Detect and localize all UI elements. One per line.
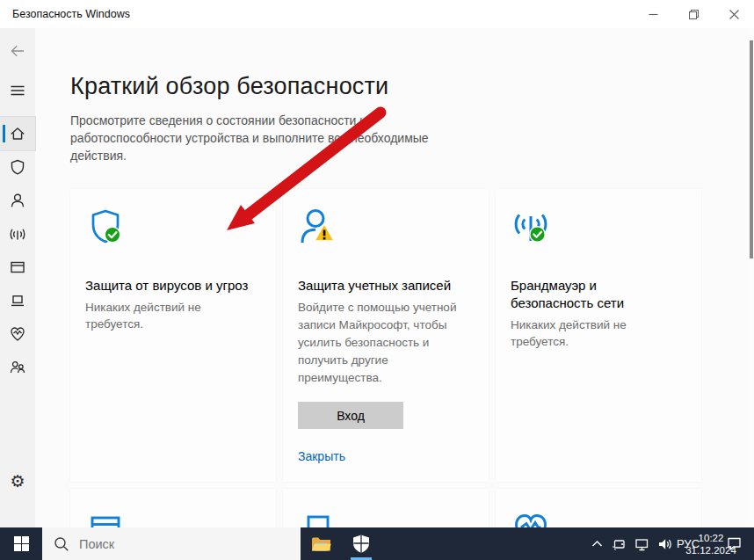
family-icon <box>9 359 26 376</box>
meet-now-icon <box>612 536 627 552</box>
card-body: Войдите с помощью учетной записи Майкрос… <box>298 299 460 387</box>
defender-shield-icon <box>352 534 371 554</box>
sign-in-button[interactable]: Вход <box>298 402 403 429</box>
action-center-icon <box>726 535 743 552</box>
sidebar-item-firewall-network[interactable] <box>0 217 35 251</box>
windows-security-taskbar-button[interactable] <box>341 527 381 560</box>
app-body: ⚙ Краткий обзор безопасности Просмотрите… <box>0 28 754 527</box>
app-window-icon <box>9 258 26 276</box>
folder-icon <box>311 536 331 552</box>
taskbar-search[interactable] <box>42 527 301 560</box>
gear-icon: ⚙ <box>10 471 25 491</box>
device-health-heart-icon <box>511 510 686 527</box>
signal-icon <box>9 225 26 243</box>
taskbar-clock[interactable]: 10:22 31.12.2024 <box>700 527 722 560</box>
shield-with-check-icon <box>85 207 261 251</box>
card-status: Никаких действий не требуется. <box>511 316 686 350</box>
sidebar-item-home[interactable] <box>0 117 35 150</box>
page-description: Просмотрите сведения о состоянии безопас… <box>70 112 444 164</box>
tray-meet-now-button[interactable] <box>608 527 631 560</box>
search-input[interactable] <box>79 537 255 551</box>
search-icon <box>54 536 69 552</box>
tray-overflow-button[interactable] <box>585 527 608 560</box>
titlebar: Безопасность Windows <box>0 0 754 28</box>
window-controls <box>633 0 754 28</box>
windows-logo-icon <box>13 535 30 552</box>
speaker-icon <box>657 536 673 552</box>
scrollbar-thumb[interactable] <box>750 40 753 258</box>
sidebar: ⚙ <box>0 28 35 527</box>
minimize-icon <box>649 10 658 19</box>
network-icon <box>634 536 650 552</box>
card-status: Никаких действий не требуется. <box>85 299 261 332</box>
close-icon <box>729 10 739 19</box>
security-cards-row-2 <box>70 489 754 527</box>
security-cards-row: Защита от вирусов и угроз Никаких действ… <box>70 189 754 482</box>
network-with-check-icon <box>511 207 686 251</box>
back-button[interactable] <box>0 35 35 67</box>
card-virus-threat-protection[interactable]: Защита от вирусов и угроз Никаких действ… <box>70 189 276 482</box>
vertical-scrollbar[interactable] <box>749 28 754 527</box>
sidebar-item-virus-protection[interactable] <box>0 150 35 184</box>
settings-button[interactable]: ⚙ <box>0 464 35 498</box>
person-icon <box>9 192 26 209</box>
chevron-up-icon <box>590 536 605 551</box>
user-with-warning-icon <box>298 207 474 251</box>
card-account-protection[interactable]: Защита учетных записей Войдите с помощью… <box>283 189 489 482</box>
restore-icon <box>689 10 699 19</box>
system-tray: РУС 10:22 31.12.2024 <box>585 527 754 560</box>
minimize-button[interactable] <box>633 0 673 28</box>
sidebar-nav <box>0 117 35 384</box>
window-title: Безопасность Windows <box>12 8 130 20</box>
tray-network-button[interactable] <box>631 527 654 560</box>
clock-time: 10:22 <box>699 532 724 544</box>
sidebar-item-device-security[interactable] <box>0 284 35 317</box>
card-device-security[interactable] <box>283 489 489 527</box>
action-center-button[interactable] <box>722 527 745 560</box>
taskbar: РУС 10:22 31.12.2024 <box>0 527 754 560</box>
sidebar-item-account-protection[interactable] <box>0 184 35 217</box>
windows-security-window: Безопасность Windows <box>0 0 754 560</box>
dismiss-link[interactable]: Закрыть <box>298 449 345 463</box>
home-icon <box>9 125 26 142</box>
sidebar-item-app-browser-control[interactable] <box>0 251 35 284</box>
heart-pulse-icon <box>9 325 26 343</box>
back-arrow-icon <box>9 42 26 60</box>
main-content: Краткий обзор безопасности Просмотрите с… <box>35 28 754 527</box>
card-title: Брандмауэр и безопасность сети <box>511 277 656 312</box>
hamburger-icon <box>9 82 26 99</box>
start-button[interactable] <box>0 527 42 560</box>
card-firewall-network[interactable]: Брандмауэр и безопасность сети Никаких д… <box>496 189 701 482</box>
card-title: Защита от вирусов и угроз <box>85 277 261 295</box>
laptop-icon <box>9 292 26 309</box>
file-explorer-button[interactable] <box>301 527 341 560</box>
restore-button[interactable] <box>673 0 714 28</box>
page-title: Краткий обзор безопасности <box>70 73 754 100</box>
close-button[interactable] <box>714 0 754 28</box>
sidebar-item-device-health[interactable] <box>0 317 35 351</box>
card-title: Защита учетных записей <box>298 277 474 295</box>
sidebar-item-family-options[interactable] <box>0 351 35 384</box>
tray-volume-button[interactable] <box>654 527 677 560</box>
shield-icon <box>9 158 26 176</box>
menu-button[interactable] <box>0 77 35 104</box>
card-device-health[interactable] <box>496 489 701 527</box>
card-app-browser-control[interactable] <box>70 489 276 527</box>
device-with-check-icon <box>298 510 474 527</box>
app-browser-with-warning-icon <box>85 510 261 527</box>
